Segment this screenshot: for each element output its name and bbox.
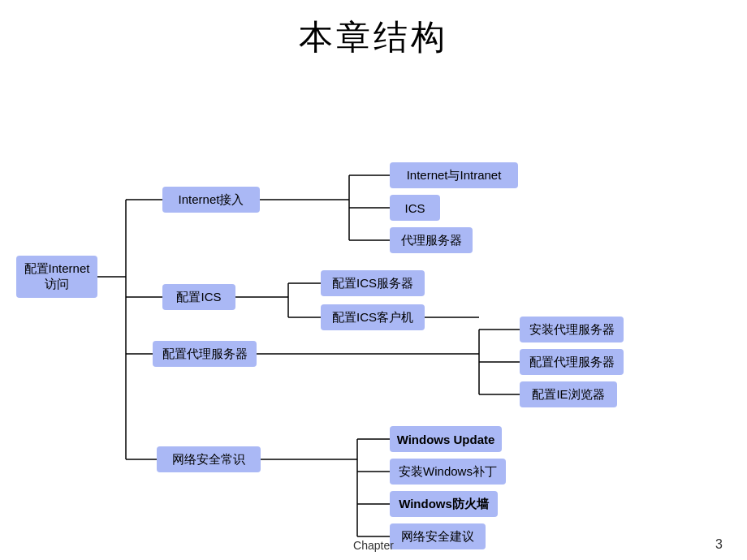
diagram: 配置Internet 访问 Internet接入 配置ICS 配置代理服务器 网… <box>0 69 747 540</box>
node-internet-intranet: Internet与Intranet <box>390 162 518 188</box>
node-install-patch: 安装Windows补丁 <box>390 459 506 485</box>
node-config-ics-server: 配置ICS服务器 <box>321 270 425 296</box>
node-network-security: 网络安全常识 <box>157 446 261 472</box>
page-title: 本章结构 <box>0 0 747 68</box>
node-internet-access: Internet接入 <box>162 187 260 213</box>
footer: Chapter <box>0 539 747 552</box>
node-windows-update: Windows Update <box>390 426 502 452</box>
page-number: 3 <box>715 537 723 552</box>
node-ics: ICS <box>390 195 440 221</box>
node-proxy-server: 代理服务器 <box>390 227 473 253</box>
node-config-ics-client: 配置ICS客户机 <box>321 304 425 330</box>
node-windows-firewall: Windows防火墙 <box>390 491 498 517</box>
node-config-ie: 配置IE浏览器 <box>520 381 617 407</box>
node-install-proxy: 安装代理服务器 <box>520 317 624 342</box>
node-configure-proxy: 配置代理服务器 <box>153 341 257 367</box>
node-configure-ics: 配置ICS <box>162 284 235 310</box>
node-config-proxy-server: 配置代理服务器 <box>520 349 624 375</box>
node-root: 配置Internet 访问 <box>16 256 97 298</box>
chapter-label: Chapter <box>353 539 394 552</box>
